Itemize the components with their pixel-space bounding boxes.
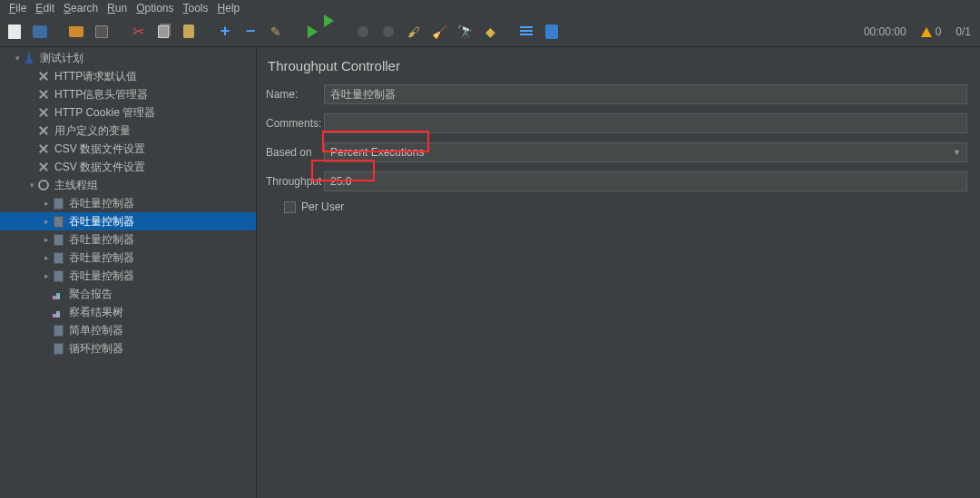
clear-button[interactable]: 🖌 [403,21,425,43]
tree-label: 简单控制器 [65,323,123,338]
chevron-right-icon[interactable]: ▸ [42,199,51,208]
chevron-right-icon[interactable]: ▸ [42,217,51,226]
tree-label: HTTP Cookie 管理器 [51,105,155,121]
config-icon [38,71,49,82]
throughput-input[interactable]: 25.0 [324,171,967,191]
tree-node-throughput-3[interactable]: ▸ 吞吐量控制器 [0,230,256,249]
chevron-down-icon[interactable]: ▾ [27,181,36,190]
tree-label: 吞吐量控制器 [65,232,134,248]
tree-node-header-manager[interactable]: HTTP信息头管理器 [0,85,256,103]
tree-node-throughput-2-selected[interactable]: ▸ 吞吐量控制器 [0,212,256,230]
scissors-icon: ✂ [132,23,144,40]
thread-count: 0/1 [950,25,976,38]
chevron-right-icon[interactable]: ▸ [42,271,51,280]
plus-icon: + [220,22,230,41]
tree-node-throughput-4[interactable]: ▸ 吞吐量控制器 [0,249,256,267]
save-button[interactable] [91,21,113,43]
tree-node-throughput-1[interactable]: ▸ 吞吐量控制器 [0,194,256,212]
menu-edit[interactable]: Edit [32,2,58,15]
tree-label: 吞吐量控制器 [65,196,134,211]
peruser-label: Per User [301,200,344,213]
tree-node-results-tree[interactable]: 察看结果树 [0,303,256,321]
cut-button[interactable]: ✂ [127,21,149,43]
tree-node-csv-1[interactable]: CSV 数据文件设置 [0,140,256,158]
controller-icon [54,216,64,228]
config-icon [38,125,49,136]
tree-label: 吞吐量控制器 [65,269,134,284]
elapsed-time: 00:00:00 [858,25,912,38]
tree-label: 主线程组 [51,178,98,193]
binoculars-icon: 🔭 [457,24,473,39]
clear-all-button[interactable]: 🧹 [428,21,450,43]
chevron-down-icon: ▼ [953,148,961,157]
menu-tools[interactable]: Tools [180,2,212,15]
help-button[interactable] [541,21,563,43]
controller-icon [54,198,64,210]
copy-button[interactable] [152,21,174,43]
config-icon [38,107,49,118]
peruser-checkbox[interactable] [284,201,296,213]
throughput-label: Throughput [266,175,324,188]
tree-label: 吞吐量控制器 [65,250,134,266]
controller-icon [54,252,64,264]
stop-button[interactable] [352,21,374,43]
expand-button[interactable]: + [214,21,236,43]
clipboard-icon [183,24,194,38]
shutdown-button[interactable] [377,21,399,43]
chevron-down-icon[interactable]: ▾ [13,54,22,63]
basedon-select[interactable]: Percent Executions ▼ [324,142,967,162]
start-no-pause-button[interactable] [327,21,348,43]
tree-node-simple-controller[interactable]: 简单控制器 [0,321,256,339]
config-icon [38,89,49,100]
tree-label: CSV 数据文件设置 [51,142,145,157]
tree-node-throughput-5[interactable]: ▸ 吞吐量控制器 [0,267,256,285]
config-icon [38,143,49,154]
tree-node-loop-controller[interactable]: 循环控制器 [0,339,256,357]
chart-icon [53,289,64,299]
tree-label: 循环控制器 [65,341,123,356]
reset-search-button[interactable]: ◆ [479,21,501,43]
menu-file[interactable]: File [5,2,30,15]
menu-run[interactable]: Run [103,2,131,15]
tree-node-user-vars[interactable]: 用户定义的变量 [0,122,256,140]
wand-icon: ✎ [270,24,281,39]
controller-icon [54,325,64,337]
flask-icon [24,53,34,63]
paste-button[interactable] [178,21,200,43]
eraser-icon: ◆ [485,24,495,39]
name-input[interactable]: 吞吐量控制器 [324,84,967,104]
tree-label: 吞吐量控制器 [65,214,134,229]
template-icon [33,25,47,38]
menu-search[interactable]: Search [60,2,102,15]
toggle-button[interactable]: ✎ [265,21,287,43]
save-icon [95,25,108,38]
tree-node-aggregate-report[interactable]: 聚合报告 [0,285,256,303]
tree-root-label: 测试计划 [36,51,83,66]
menu-help[interactable]: Help [214,2,244,15]
new-button[interactable] [4,21,25,43]
tree-node-csv-2[interactable]: CSV 数据文件设置 [0,158,256,176]
tree-node-http-defaults[interactable]: HTTP请求默认值 [0,67,256,85]
tree-label: 用户定义的变量 [51,123,131,139]
start-button[interactable] [301,21,323,43]
menu-options[interactable]: Options [132,2,177,15]
collapse-button[interactable]: − [240,21,261,43]
broom-icon: 🖌 [407,24,420,39]
open-button[interactable] [65,21,87,43]
list-icon [520,26,533,37]
tree-node-thread-group[interactable]: ▾ 主线程组 [0,176,256,194]
chevron-right-icon[interactable]: ▸ [42,253,51,262]
chevron-right-icon[interactable]: ▸ [42,235,51,244]
tree-label: CSV 数据文件设置 [51,160,145,175]
function-helper-button[interactable] [515,21,537,43]
test-plan-tree[interactable]: ▾ 测试计划 HTTP请求默认值 HTTP信息头管理器 HTTP Cookie … [0,47,257,498]
templates-button[interactable] [29,21,51,43]
comments-input[interactable] [324,113,967,133]
tree-node-cookie-manager[interactable]: HTTP Cookie 管理器 [0,103,256,122]
file-icon [8,24,21,39]
tree-label: 察看结果树 [65,305,123,320]
warn-indicator[interactable]: 0 [916,25,947,38]
search-button[interactable]: 🔭 [454,21,475,43]
comments-label: Comments: [266,117,324,130]
tree-root[interactable]: ▾ 测试计划 [0,49,256,67]
